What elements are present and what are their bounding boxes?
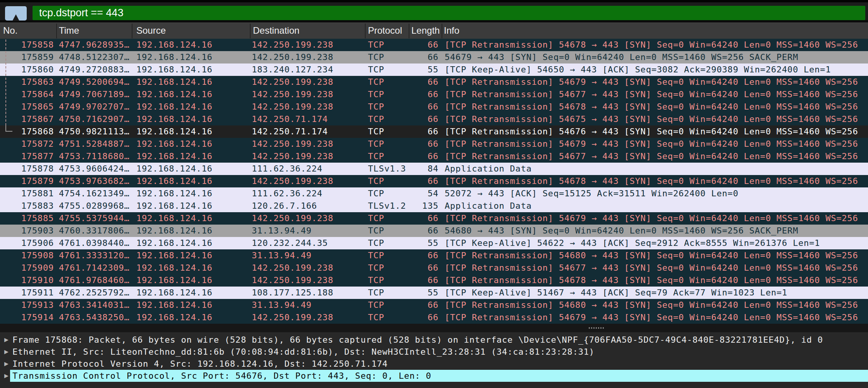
- column-separator[interactable]: [365, 24, 366, 38]
- packet-row[interactable]: 1758684750.9821113…192.168.124.16142.250…: [0, 125, 868, 138]
- cell-destination: 142.250.71.174: [252, 125, 363, 138]
- packet-row[interactable]: 1759104761.9768460…192.168.124.16142.250…: [0, 274, 868, 287]
- cell-destination: 120.232.244.35: [252, 237, 363, 249]
- cell-info: [TCP Keep-Alive] 54650 → 443 [ACK] Seq=3…: [445, 64, 868, 76]
- cell-destination: 142.250.199.238: [252, 88, 363, 101]
- cell-no: 175909: [0, 262, 54, 274]
- column-header-destination[interactable]: Destination: [253, 23, 362, 39]
- cell-source: 192.168.124.16: [136, 299, 249, 311]
- detail-line-selected[interactable]: ▶Transmission Control Protocol, Src Port…: [0, 370, 868, 382]
- detail-line[interactable]: ▶Frame 175868: Packet, 66 bytes on wire …: [0, 334, 868, 346]
- cell-time: 4762.2525792…: [59, 287, 131, 299]
- cell-no: 175858: [0, 39, 54, 51]
- column-header-protocol[interactable]: Protocol: [368, 23, 407, 39]
- packet-list: 1758584747.9628935…192.168.124.16142.250…: [0, 39, 868, 324]
- packet-row[interactable]: 1758604749.2720883…192.168.124.16183.240…: [0, 64, 868, 76]
- cell-source: 192.168.124.16: [136, 249, 249, 262]
- packet-row[interactable]: 1758634749.5200694…192.168.124.16142.250…: [0, 76, 868, 88]
- display-filter-bar: tcp.dstport == 443: [0, 2, 868, 20]
- packet-row[interactable]: 1759034760.3317806…192.168.124.1631.13.9…: [0, 225, 868, 237]
- detail-line[interactable]: ▶Ethernet II, Src: LiteonTechno_dd:81:6b…: [0, 346, 868, 358]
- cell-destination: 142.250.199.238: [252, 311, 363, 324]
- cell-info: [TCP Retransmission] 54678 → 443 [SYN] S…: [445, 101, 868, 113]
- collapsed-triangle-icon[interactable]: ▶: [4, 358, 9, 370]
- column-separator[interactable]: [442, 24, 442, 38]
- packet-row[interactable]: 1758654749.9702707…192.168.124.16142.250…: [0, 101, 868, 113]
- packet-row[interactable]: 1758814754.1621349…192.168.124.16111.62.…: [0, 187, 868, 200]
- cell-source: 192.168.124.16: [136, 225, 249, 237]
- cell-protocol: TCP: [368, 311, 407, 324]
- cell-source: 192.168.124.16: [136, 138, 249, 150]
- detail-line-text: Internet Protocol Version 4, Src: 192.16…: [12, 358, 388, 370]
- cell-length: 66: [409, 175, 438, 187]
- packet-row[interactable]: 1758794753.9763682…192.168.124.16142.250…: [0, 175, 868, 187]
- filter-bookmark-icon[interactable]: [5, 6, 27, 21]
- column-header-length[interactable]: Length: [411, 23, 440, 39]
- cell-no: 175878: [0, 163, 54, 175]
- cell-protocol: TCP: [368, 262, 407, 274]
- cell-protocol: TCP: [368, 187, 407, 200]
- cell-source: 192.168.124.16: [136, 150, 249, 163]
- packet-row[interactable]: 1759114762.2525792…192.168.124.16108.177…: [0, 287, 868, 299]
- cell-protocol: TCP: [368, 287, 407, 299]
- packet-row[interactable]: 1758724751.5284887…192.168.124.16142.250…: [0, 138, 868, 150]
- cell-destination: 142.250.199.238: [252, 39, 363, 51]
- cell-time: 4749.2720883…: [59, 64, 131, 76]
- cell-time: 4750.9821113…: [59, 125, 131, 138]
- cell-source: 192.168.124.16: [136, 113, 249, 125]
- cell-time: 4751.5284887…: [59, 138, 131, 150]
- packet-row[interactable]: 1759134763.3414031…192.168.124.1631.13.9…: [0, 299, 868, 311]
- column-separator[interactable]: [132, 24, 132, 38]
- cell-destination: 142.250.199.238: [252, 138, 363, 150]
- packet-row[interactable]: 1759094761.7142309…192.168.124.16142.250…: [0, 262, 868, 274]
- cell-length: 66: [409, 76, 438, 88]
- cell-source: 192.168.124.16: [136, 212, 249, 225]
- packet-row[interactable]: 1758854755.5375944…192.168.124.16142.250…: [0, 212, 868, 225]
- collapsed-triangle-icon[interactable]: ▶: [4, 346, 9, 358]
- cell-time: 4750.7162907…: [59, 113, 131, 125]
- cell-info: 54679 → 443 [SYN] Seq=0 Win=64240 Len=0 …: [445, 51, 868, 64]
- packet-row[interactable]: 1758594748.5122307…192.168.124.16142.250…: [0, 51, 868, 64]
- packet-row[interactable]: 1759144763.5438250…192.168.124.16142.250…: [0, 311, 868, 324]
- cell-no: 175913: [0, 299, 54, 311]
- cell-length: 135: [409, 200, 438, 212]
- wireshark-window: tcp.dstport == 443 No.TimeSourceDestinat…: [0, 0, 868, 388]
- detail-line[interactable]: ▶Internet Protocol Version 4, Src: 192.1…: [0, 358, 868, 370]
- cell-destination: 108.177.125.188: [252, 287, 363, 299]
- cell-destination: 142.250.71.174: [252, 113, 363, 125]
- packet-row[interactable]: 1758784753.9606424…192.168.124.16111.62.…: [0, 163, 868, 175]
- cell-length: 66: [409, 101, 438, 113]
- packet-row[interactable]: 1758774753.7118680…192.168.124.16142.250…: [0, 150, 868, 163]
- cell-info: [TCP Retransmission] 54677 → 443 [SYN] S…: [445, 262, 868, 274]
- cell-length: 55: [409, 64, 438, 76]
- packet-row[interactable]: 1759084761.3333120…192.168.124.1631.13.9…: [0, 249, 868, 262]
- cell-protocol: TCP: [368, 64, 407, 76]
- column-header-info[interactable]: Info: [444, 23, 676, 39]
- cell-length: 84: [409, 163, 438, 175]
- packet-row[interactable]: 1758644749.7067189…192.168.124.16142.250…: [0, 88, 868, 101]
- packet-row[interactable]: 1758674750.7162907…192.168.124.16142.250…: [0, 113, 868, 125]
- packet-row[interactable]: 1758584747.9628935…192.168.124.16142.250…: [0, 39, 868, 51]
- column-separator[interactable]: [250, 24, 251, 38]
- cell-info: [TCP Retransmission] 54677 → 443 [SYN] S…: [445, 88, 868, 101]
- column-separator[interactable]: [56, 24, 57, 38]
- cell-protocol: TCP: [368, 274, 407, 287]
- display-filter-input[interactable]: tcp.dstport == 443: [33, 6, 865, 20]
- cell-no: 175903: [0, 225, 54, 237]
- packet-row[interactable]: 1758834755.0289968…192.168.124.16120.26.…: [0, 200, 868, 212]
- cell-source: 192.168.124.16: [136, 175, 249, 187]
- cell-destination: 111.62.36.224: [252, 163, 363, 175]
- column-header-source[interactable]: Source: [136, 23, 247, 39]
- column-header-no[interactable]: No.: [3, 23, 53, 39]
- cell-time: 4760.3317806…: [59, 225, 131, 237]
- pane-splitter[interactable]: [0, 324, 868, 332]
- cell-source: 192.168.124.16: [136, 39, 249, 51]
- collapsed-triangle-icon[interactable]: ▶: [4, 334, 9, 346]
- collapsed-triangle-icon[interactable]: ▶: [4, 370, 9, 382]
- cell-time: 4761.0398440…: [59, 237, 131, 249]
- cell-destination: 183.240.127.234: [252, 64, 363, 76]
- packet-row[interactable]: 1759064761.0398440…192.168.124.16120.232…: [0, 237, 868, 249]
- column-header-time[interactable]: Time: [59, 23, 129, 39]
- column-separator[interactable]: [409, 24, 409, 38]
- cell-protocol: TCP: [368, 175, 407, 187]
